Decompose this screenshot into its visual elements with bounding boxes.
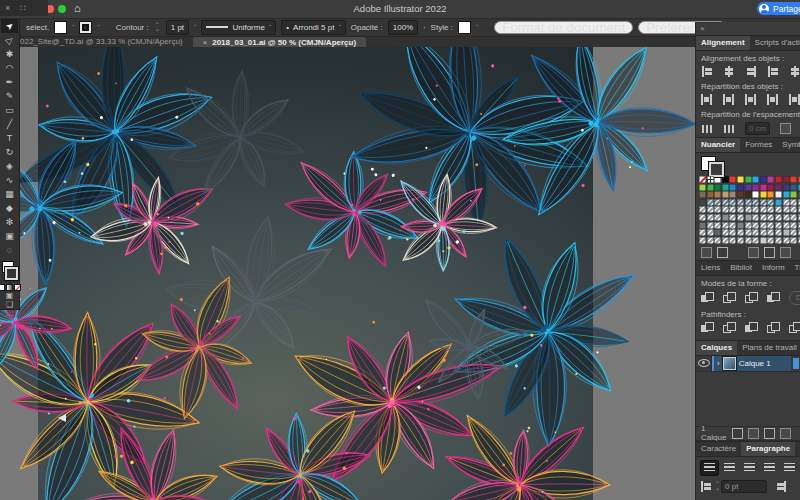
swatch[interactable]: [775, 222, 782, 229]
swatch[interactable]: [722, 176, 729, 183]
swatch[interactable]: [722, 214, 729, 221]
swatch[interactable]: [707, 237, 714, 244]
brush-select[interactable]: • Arrondi 5 pt ˇ: [281, 20, 346, 35]
new-swatch-icon[interactable]: [764, 247, 775, 258]
exclude-icon[interactable]: [767, 292, 780, 304]
graphic-style-swatch[interactable]: [458, 21, 471, 34]
swatch[interactable]: [752, 184, 759, 191]
swatch[interactable]: [767, 229, 774, 236]
tab-close-icon[interactable]: ×: [203, 38, 208, 47]
merge-icon[interactable]: [745, 322, 758, 334]
stroke-indicator[interactable]: [709, 162, 724, 177]
swatch[interactable]: [752, 176, 759, 183]
gradient-button[interactable]: [6, 284, 13, 291]
distribute-center-icon[interactable]: [789, 94, 800, 105]
screen-mode-icon[interactable]: ❏: [6, 300, 13, 309]
document-tab[interactable]: 022_Site@_TD.ai @ 33,33 % (CMJN/Aperçu): [0, 37, 193, 47]
document-canvas[interactable]: [0, 47, 695, 500]
stroke-color-swatch[interactable]: [79, 21, 92, 34]
align-right-paragraph-button[interactable]: [741, 461, 758, 475]
edit-toolbar-ellipsis-icon[interactable]: …: [6, 309, 14, 318]
direct-selection-tool[interactable]: ▷: [1, 33, 18, 47]
layer-row[interactable]: › Calque 1: [696, 356, 800, 372]
swatch[interactable]: [737, 184, 744, 191]
swatch[interactable]: [745, 229, 752, 236]
swatch[interactable]: [775, 191, 782, 198]
divide-icon[interactable]: [701, 322, 714, 334]
new-sublayer-icon[interactable]: [764, 428, 775, 439]
make-mask-icon[interactable]: [732, 428, 743, 439]
spacing-value-field[interactable]: 0 cm: [745, 122, 770, 135]
swatch[interactable]: [729, 184, 736, 191]
swatch[interactable]: [714, 237, 721, 244]
distribute-bottom-icon[interactable]: [745, 94, 757, 105]
swatch[interactable]: [775, 229, 782, 236]
draw-mode-icon[interactable]: ▣: [6, 291, 14, 300]
align-left-icon[interactable]: [701, 66, 713, 77]
swatch[interactable]: [737, 214, 744, 221]
swatch[interactable]: [699, 237, 706, 244]
crop-icon[interactable]: [767, 322, 780, 334]
swatch[interactable]: [783, 229, 790, 236]
swatch[interactable]: [752, 191, 759, 198]
swatch[interactable]: [752, 237, 759, 244]
minus-front-icon[interactable]: [723, 292, 736, 304]
tab-informations[interactable]: Inform: [757, 261, 790, 275]
stepper-icon[interactable]: ⌃⌄: [715, 482, 720, 490]
swatch[interactable]: [783, 184, 790, 191]
chevron-down-icon[interactable]: ˇ: [194, 24, 196, 31]
layer-name[interactable]: Calque 1: [739, 359, 771, 368]
swatch[interactable]: [752, 229, 759, 236]
distribute-left-icon[interactable]: [767, 94, 779, 105]
align-to-artboard-icon[interactable]: [780, 123, 791, 134]
trim-icon[interactable]: [723, 322, 736, 334]
swatch[interactable]: [722, 199, 729, 206]
swatch[interactable]: [745, 176, 752, 183]
swatch[interactable]: [699, 229, 706, 236]
swatch[interactable]: [752, 206, 759, 213]
swatch[interactable]: [722, 222, 729, 229]
selection-tool[interactable]: ➤: [1, 19, 18, 33]
tab-alignement[interactable]: Alignement: [696, 36, 750, 50]
swatch[interactable]: [783, 206, 790, 213]
swatch[interactable]: [729, 206, 736, 213]
swatch[interactable]: [707, 222, 714, 229]
swatch[interactable]: [783, 191, 790, 198]
swatch[interactable]: [729, 199, 736, 206]
tab-plans-de-travail[interactable]: Plans de travail: [737, 341, 800, 355]
justify-all-paragraph-button[interactable]: [781, 461, 798, 475]
swatch[interactable]: [737, 199, 744, 206]
stroke-swatch[interactable]: [5, 267, 18, 280]
swatch[interactable]: [714, 229, 721, 236]
align-center-icon[interactable]: [723, 66, 735, 77]
tab-bibliotheques[interactable]: Bibliot: [725, 261, 757, 275]
swatch[interactable]: [729, 176, 736, 183]
swatch[interactable]: [767, 199, 774, 206]
swatch[interactable]: [699, 176, 706, 183]
swatch[interactable]: [760, 199, 767, 206]
expand-button[interactable]: Décomposer: [789, 291, 800, 305]
arrow-right-icon[interactable]: ›: [423, 24, 425, 31]
swatch[interactable]: [737, 229, 744, 236]
swatch[interactable]: [745, 237, 752, 244]
show-swatch-kinds-icon[interactable]: [748, 247, 759, 258]
outline-icon[interactable]: [789, 322, 800, 334]
swatch[interactable]: [729, 229, 736, 236]
justify-left-paragraph-button[interactable]: [761, 461, 778, 475]
chevron-down-icon[interactable]: ˇ: [476, 24, 478, 31]
swatch[interactable]: [790, 191, 797, 198]
swatch[interactable]: [760, 229, 767, 236]
swatch[interactable]: [714, 206, 721, 213]
swatch[interactable]: [714, 184, 721, 191]
zoom-tool[interactable]: ◌: [1, 243, 18, 257]
swatch[interactable]: [790, 214, 797, 221]
rectangle-tool[interactable]: ▭: [1, 103, 18, 117]
swatch[interactable]: [767, 222, 774, 229]
new-layer-icon[interactable]: [780, 428, 791, 439]
close-icon[interactable]: ×: [700, 24, 705, 33]
swatch[interactable]: [722, 184, 729, 191]
swatch[interactable]: [767, 206, 774, 213]
swatch[interactable]: [760, 206, 767, 213]
swatch[interactable]: [760, 222, 767, 229]
swatch[interactable]: [775, 184, 782, 191]
